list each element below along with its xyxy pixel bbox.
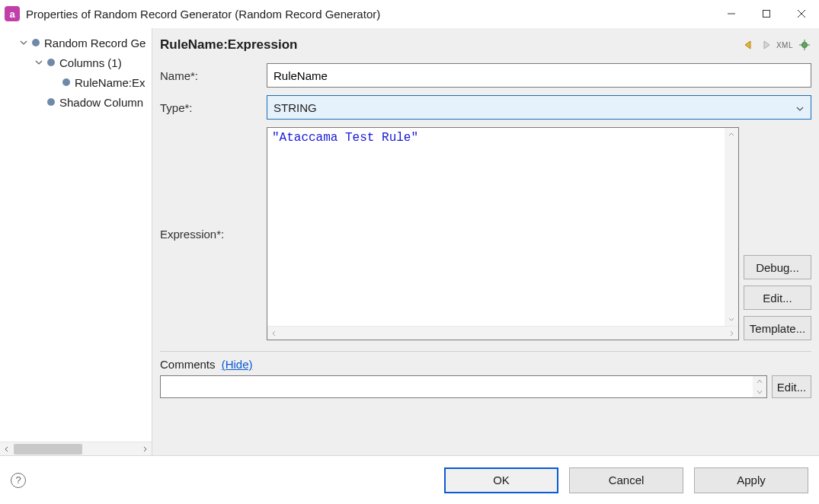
back-arrow-icon[interactable] bbox=[741, 38, 755, 52]
debug-button[interactable]: Debug... bbox=[744, 255, 811, 279]
tree-hscrollbar[interactable] bbox=[0, 442, 152, 455]
bug-icon[interactable] bbox=[798, 38, 811, 52]
chevron-down-icon[interactable] bbox=[18, 37, 29, 48]
app-icon: a bbox=[5, 6, 20, 21]
bullet-icon bbox=[32, 39, 40, 46]
type-select-value: STRING bbox=[274, 101, 795, 114]
scroll-right-icon[interactable] bbox=[725, 327, 738, 340]
comments-label: Comments bbox=[160, 358, 216, 371]
name-label: Name*: bbox=[160, 69, 267, 82]
chevron-down-icon bbox=[795, 103, 805, 112]
close-button[interactable] bbox=[784, 2, 819, 26]
comments-hide-link[interactable]: (Hide) bbox=[222, 358, 253, 371]
bullet-icon bbox=[47, 98, 55, 106]
expression-label: Expression*: bbox=[160, 228, 267, 241]
spin-down-icon[interactable] bbox=[753, 387, 766, 397]
spin-up-icon[interactable] bbox=[753, 376, 766, 387]
maximize-button[interactable] bbox=[749, 2, 784, 26]
footer: ? OK Cancel Apply bbox=[0, 455, 819, 504]
chevron-down-icon[interactable] bbox=[34, 57, 44, 68]
expression-hscrollbar[interactable] bbox=[267, 326, 738, 340]
comments-input[interactable] bbox=[160, 375, 767, 398]
properties-panel: RuleName:Expression XML Name*: Type*: bbox=[152, 28, 819, 455]
scroll-thumb[interactable] bbox=[14, 444, 82, 455]
svg-rect-1 bbox=[763, 11, 770, 18]
tree-shadow-label: Shadow Column bbox=[59, 96, 143, 109]
scroll-left-icon[interactable] bbox=[267, 327, 281, 340]
cancel-button[interactable]: Cancel bbox=[569, 467, 683, 493]
comments-spinner[interactable] bbox=[753, 376, 766, 397]
comments-heading: Comments (Hide) bbox=[160, 358, 811, 371]
expression-text[interactable]: "Ataccama Test Rule" bbox=[267, 128, 738, 326]
bullet-icon bbox=[47, 59, 55, 66]
expression-vscrollbar[interactable] bbox=[725, 128, 738, 326]
window-title: Properties of Random Record Generator (R… bbox=[26, 8, 380, 21]
comments-edit-button[interactable]: Edit... bbox=[772, 375, 811, 398]
bullet-icon bbox=[62, 78, 70, 86]
tree-root[interactable]: Random Record Ge bbox=[5, 33, 152, 53]
scroll-down-icon[interactable] bbox=[725, 312, 738, 326]
scroll-right-icon[interactable] bbox=[138, 442, 152, 456]
titlebar: a Properties of Random Record Generator … bbox=[0, 0, 819, 27]
tree-column-rule-label: RuleName:Ex bbox=[75, 76, 146, 89]
divider bbox=[160, 351, 811, 352]
tree-panel: Random Record Ge Columns (1) RuleName:Ex bbox=[0, 28, 152, 455]
template-button[interactable]: Template... bbox=[744, 316, 811, 340]
scroll-track[interactable] bbox=[14, 442, 138, 455]
tree[interactable]: Random Record Ge Columns (1) RuleName:Ex bbox=[0, 28, 152, 442]
apply-button[interactable]: Apply bbox=[694, 467, 808, 493]
tree-columns-label: Columns (1) bbox=[59, 56, 122, 69]
xml-label[interactable]: XML bbox=[776, 41, 793, 49]
panel-header: RuleName:Expression XML bbox=[152, 28, 819, 60]
minimize-button[interactable] bbox=[714, 2, 749, 26]
panel-title: RuleName:Expression bbox=[160, 37, 297, 53]
forward-arrow-icon[interactable] bbox=[760, 38, 773, 52]
tree-root-label: Random Record Ge bbox=[44, 37, 146, 49]
help-icon[interactable]: ? bbox=[11, 473, 26, 488]
tree-shadow[interactable]: Shadow Column bbox=[5, 92, 152, 112]
scroll-left-icon[interactable] bbox=[0, 442, 14, 456]
tree-columns[interactable]: Columns (1) bbox=[5, 53, 152, 72]
scroll-up-icon[interactable] bbox=[725, 128, 738, 142]
expression-area[interactable]: "Ataccama Test Rule" bbox=[267, 127, 739, 340]
ok-button[interactable]: OK bbox=[444, 467, 558, 493]
tree-column-rule[interactable]: RuleName:Ex bbox=[5, 72, 152, 92]
type-select[interactable]: STRING bbox=[267, 95, 811, 120]
type-label: Type*: bbox=[160, 101, 267, 114]
edit-button[interactable]: Edit... bbox=[744, 285, 811, 310]
name-input[interactable] bbox=[267, 63, 811, 88]
svg-point-4 bbox=[802, 43, 808, 48]
